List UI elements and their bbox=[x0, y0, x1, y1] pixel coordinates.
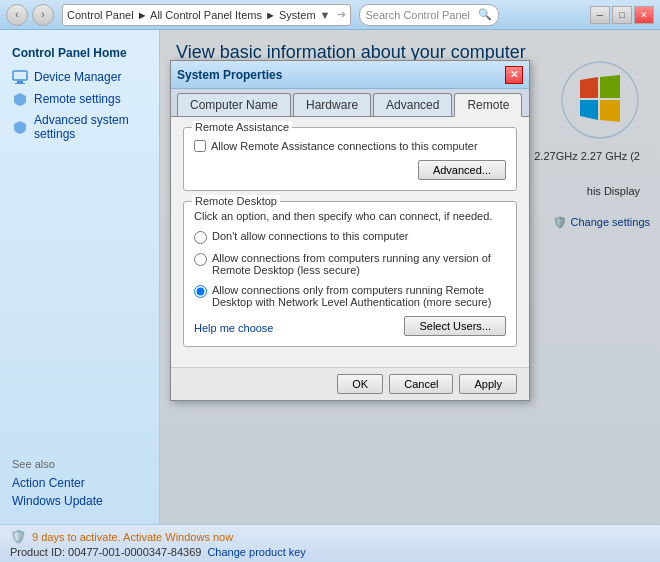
product-id-text: Product ID: 00477-001-0000347-84369 bbox=[10, 546, 201, 558]
svg-rect-2 bbox=[15, 83, 25, 84]
device-manager-label: Device Manager bbox=[34, 70, 121, 84]
cancel-button[interactable]: Cancel bbox=[389, 374, 453, 394]
ok-button[interactable]: OK bbox=[337, 374, 383, 394]
remote-settings-icon bbox=[12, 91, 28, 107]
dialog-content: Remote Assistance Allow Remote Assistanc… bbox=[171, 117, 529, 367]
windows-update-link[interactable]: Windows Update bbox=[12, 492, 147, 510]
sidebar-item-advanced-settings[interactable]: Advanced system settings bbox=[0, 110, 159, 144]
activate-row: 🛡️ 9 days to activate. Activate Windows … bbox=[10, 529, 650, 544]
forward-button[interactable]: › bbox=[32, 4, 54, 26]
back-button[interactable]: ‹ bbox=[6, 4, 28, 26]
tab-hardware[interactable]: Hardware bbox=[293, 93, 371, 116]
tab-bar: Computer Name Hardware Advanced Remote bbox=[171, 89, 529, 117]
advanced-button[interactable]: Advanced... bbox=[418, 160, 506, 180]
bottom-bar: 🛡️ 9 days to activate. Activate Windows … bbox=[0, 524, 660, 562]
dialog-title: System Properties bbox=[177, 68, 282, 82]
change-product-key-link[interactable]: Change product key bbox=[207, 546, 305, 558]
remote-desktop-description: Click an option, and then specify who ca… bbox=[194, 210, 506, 222]
radio-no-connections-label: Don't allow connections to this computer bbox=[212, 230, 409, 242]
svg-rect-1 bbox=[17, 81, 23, 83]
action-buttons: OK Cancel Apply bbox=[337, 374, 517, 394]
device-manager-icon bbox=[12, 69, 28, 85]
search-icon[interactable]: 🔍 bbox=[478, 8, 492, 21]
content-area: View basic information about your comput… bbox=[160, 30, 660, 524]
activate-icon: 🛡️ bbox=[10, 529, 26, 544]
radio-any-version-input[interactable] bbox=[194, 253, 207, 266]
advanced-btn-row: Advanced... bbox=[194, 160, 506, 180]
advanced-settings-icon bbox=[12, 119, 28, 135]
radio-nla-only: Allow connections only from computers ru… bbox=[194, 284, 506, 308]
sidebar-item-device-manager[interactable]: Device Manager bbox=[0, 66, 159, 88]
title-bar: ‹ › Control Panel ► All Control Panel It… bbox=[0, 0, 660, 30]
minimize-button[interactable]: ─ bbox=[590, 6, 610, 24]
remote-desktop-title: Remote Desktop bbox=[192, 195, 280, 207]
modal-overlay: System Properties ✕ Computer Name Hardwa… bbox=[160, 30, 660, 524]
radio-any-version: Allow connections from computers running… bbox=[194, 252, 506, 276]
search-placeholder: Search Control Panel bbox=[366, 9, 478, 21]
dialog-close-button[interactable]: ✕ bbox=[505, 66, 523, 84]
remote-assistance-checkbox-row: Allow Remote Assistance connections to t… bbox=[194, 140, 506, 152]
product-row: Product ID: 00477-001-0000347-84369 Chan… bbox=[10, 546, 650, 558]
main-layout: Control Panel Home Device Manager bbox=[0, 30, 660, 524]
remote-assistance-checkbox[interactable] bbox=[194, 140, 206, 152]
dialog-title-bar: System Properties ✕ bbox=[171, 61, 529, 89]
breadcrumb-nav-icon[interactable]: ➜ bbox=[337, 8, 346, 21]
action-center-link[interactable]: Action Center bbox=[12, 474, 147, 492]
remote-assistance-title: Remote Assistance bbox=[192, 121, 292, 133]
tab-advanced[interactable]: Advanced bbox=[373, 93, 452, 116]
sidebar-item-remote-settings[interactable]: Remote settings bbox=[0, 88, 159, 110]
remote-desktop-group: Remote Desktop Click an option, and then… bbox=[183, 201, 517, 347]
breadcrumb[interactable]: Control Panel ► All Control Panel Items … bbox=[62, 4, 351, 26]
radio-nla-only-input[interactable] bbox=[194, 285, 207, 298]
remote-assistance-group: Remote Assistance Allow Remote Assistanc… bbox=[183, 127, 517, 191]
system-properties-dialog: System Properties ✕ Computer Name Hardwa… bbox=[170, 60, 530, 401]
tab-remote[interactable]: Remote bbox=[454, 93, 522, 117]
radio-nla-only-label: Allow connections only from computers ru… bbox=[212, 284, 506, 308]
maximize-button[interactable]: □ bbox=[612, 6, 632, 24]
control-panel-home-link[interactable]: Control Panel Home bbox=[0, 40, 159, 66]
breadcrumb-text: Control Panel ► All Control Panel Items … bbox=[67, 9, 316, 21]
window-controls: ─ □ ✕ bbox=[590, 6, 654, 24]
advanced-settings-label: Advanced system settings bbox=[34, 113, 147, 141]
see-also-title: See also bbox=[12, 458, 147, 470]
close-button[interactable]: ✕ bbox=[634, 6, 654, 24]
sidebar: Control Panel Home Device Manager bbox=[0, 30, 160, 524]
search-bar[interactable]: Search Control Panel 🔍 bbox=[359, 4, 499, 26]
dialog-actions: OK Cancel Apply bbox=[171, 367, 529, 400]
see-also-section: See also Action Center Windows Update bbox=[0, 450, 159, 514]
tab-computer-name[interactable]: Computer Name bbox=[177, 93, 291, 116]
radio-any-version-label: Allow connections from computers running… bbox=[212, 252, 506, 276]
breadcrumb-dropdown-icon[interactable]: ▼ bbox=[320, 9, 331, 21]
activate-text: 9 days to activate. Activate Windows now bbox=[32, 531, 233, 543]
radio-no-connections: Don't allow connections to this computer bbox=[194, 230, 506, 244]
remote-assistance-label: Allow Remote Assistance connections to t… bbox=[211, 140, 478, 152]
rd-bottom-row: Help me choose Select Users... bbox=[194, 316, 506, 336]
apply-button[interactable]: Apply bbox=[459, 374, 517, 394]
svg-rect-0 bbox=[13, 71, 27, 80]
remote-settings-label: Remote settings bbox=[34, 92, 121, 106]
main-window: ‹ › Control Panel ► All Control Panel It… bbox=[0, 0, 660, 562]
radio-no-connections-input[interactable] bbox=[194, 231, 207, 244]
title-bar-left: ‹ › Control Panel ► All Control Panel It… bbox=[6, 4, 499, 26]
select-users-button[interactable]: Select Users... bbox=[404, 316, 506, 336]
help-me-choose-link[interactable]: Help me choose bbox=[194, 322, 274, 334]
